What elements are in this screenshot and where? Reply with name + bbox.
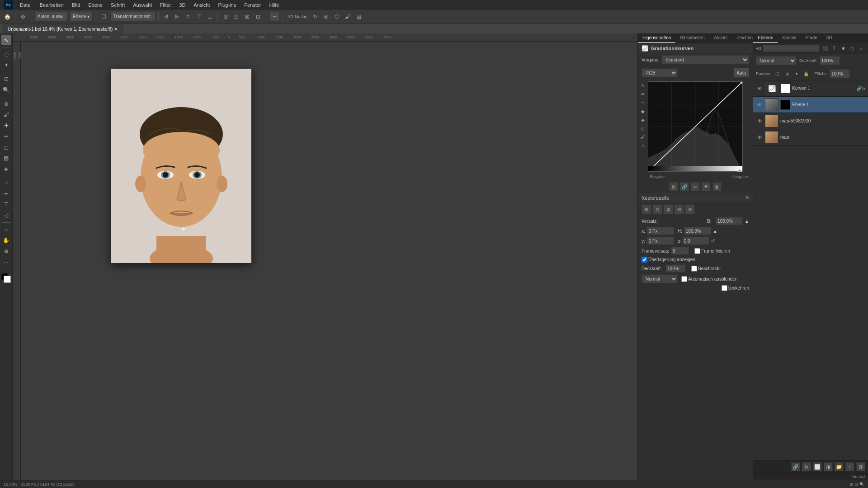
kop-collapse-btn[interactable]: ✕ bbox=[745, 195, 749, 201]
opacity-input[interactable] bbox=[820, 56, 840, 65]
auto-button[interactable]: Auton. auswi. bbox=[34, 12, 68, 22]
align-center-icon[interactable]: ⫸ bbox=[173, 12, 182, 21]
layers-add-btn[interactable]: + bbox=[845, 462, 854, 471]
curves-tool-black[interactable]: ◆ bbox=[639, 107, 647, 115]
tab-bibliotheken[interactable]: Bibliotheken bbox=[675, 33, 709, 43]
layers-mask-btn[interactable]: ⬜ bbox=[813, 462, 822, 471]
menu-ansicht[interactable]: Ansicht bbox=[190, 1, 213, 9]
dodge-tool[interactable]: ○ bbox=[1, 178, 11, 188]
frame-fix-checkbox[interactable] bbox=[694, 248, 700, 254]
lasso-tool[interactable]: ◌ bbox=[1, 49, 11, 59]
move-tool-icon[interactable]: ⊕ bbox=[19, 12, 28, 21]
h-input[interactable] bbox=[684, 227, 711, 235]
3d-mode-icon[interactable]: 3D-Modus bbox=[286, 12, 309, 21]
pen-tool[interactable]: ✒ bbox=[1, 189, 11, 199]
home-button[interactable]: 🏠 bbox=[3, 12, 12, 21]
color-swatches[interactable] bbox=[1, 273, 12, 284]
tab-absatz[interactable]: Absatz bbox=[709, 33, 732, 43]
menu-3d[interactable]: 3D bbox=[175, 1, 189, 9]
menu-schrift[interactable]: Schrift bbox=[107, 1, 128, 9]
path-tool[interactable]: ◁ bbox=[1, 211, 11, 221]
canvas-area[interactable] bbox=[21, 42, 637, 480]
beschrankt-label[interactable]: Beschränkt bbox=[691, 266, 721, 272]
tab-eigenschaften[interactable]: Eigenschaften bbox=[638, 33, 675, 43]
background-color[interactable] bbox=[4, 276, 11, 283]
flache-input[interactable] bbox=[830, 69, 850, 78]
layer-visibility-1[interactable]: 👁 bbox=[756, 101, 763, 108]
kop-tool-5[interactable]: ⊛ bbox=[685, 204, 695, 214]
magic-wand-tool[interactable]: ✦ bbox=[1, 60, 11, 70]
y-input[interactable] bbox=[647, 237, 674, 245]
menu-fenster[interactable]: Fenster bbox=[241, 1, 264, 9]
document-tab[interactable]: Unbenannt-1 bei 10,4% (Kurven 1, Ebenenm… bbox=[2, 24, 123, 33]
menu-bild[interactable]: Bild bbox=[68, 1, 84, 9]
extra-icon[interactable]: ▤ bbox=[354, 12, 363, 21]
zoom-tool[interactable]: ⊕ bbox=[1, 246, 11, 256]
hand-tool[interactable]: ✋ bbox=[1, 235, 11, 245]
menu-auswahl[interactable]: Auswahl bbox=[129, 1, 156, 9]
menu-bearbeiten[interactable]: Bearbeiten bbox=[36, 1, 67, 9]
layer-fx-0[interactable]: fx bbox=[862, 86, 865, 91]
layers-link-btn[interactable]: 🔗 bbox=[791, 462, 800, 471]
tab-3d[interactable]: 3D bbox=[822, 33, 837, 43]
curves-tool-sample[interactable]: 🖋 bbox=[639, 133, 647, 141]
curves-tool-draw[interactable]: ✏ bbox=[639, 90, 647, 98]
curves-tool-smooth[interactable]: ~ bbox=[639, 99, 647, 107]
selection-tool[interactable]: ↖ bbox=[1, 35, 11, 45]
b-input[interactable] bbox=[716, 217, 743, 225]
refresh-icon[interactable]: ↻ bbox=[311, 12, 320, 21]
brush-icon[interactable]: 🖌 bbox=[343, 12, 352, 21]
menu-filter[interactable]: Filter bbox=[156, 1, 175, 9]
fixieren-icon-2[interactable]: ⊕ bbox=[783, 70, 791, 78]
crop-tool[interactable]: ⊡ bbox=[1, 74, 11, 84]
curves-btn-link[interactable]: 🔗 bbox=[680, 182, 689, 191]
layer-visibility-2[interactable]: 👁 bbox=[756, 117, 763, 125]
eraser-tool[interactable]: ◻ bbox=[1, 142, 11, 152]
curves-tool-alert[interactable]: ⚠ bbox=[639, 141, 647, 150]
arrange3-icon[interactable]: ⊠ bbox=[243, 12, 252, 21]
curves-btn-eye[interactable]: 👁 bbox=[702, 182, 711, 191]
layer-man59[interactable]: 👁 man-59081920 bbox=[753, 113, 868, 129]
layer-kurven1[interactable]: 👁 📈 Kurven 1 🔗 fx bbox=[753, 80, 868, 97]
layers-fx-btn[interactable]: fx bbox=[802, 462, 811, 471]
uberlagerung-label[interactable]: Überlagerung anzeigen bbox=[642, 257, 695, 263]
arrange-icon[interactable]: ⊞ bbox=[221, 12, 230, 21]
layer-visibility-0[interactable]: 👁 bbox=[756, 85, 763, 92]
more-button[interactable]: ··· bbox=[269, 12, 279, 22]
filter-icon-4[interactable]: ⬡ bbox=[848, 44, 856, 52]
layer-man[interactable]: 👁 man bbox=[753, 129, 868, 145]
text-tool[interactable]: T bbox=[1, 200, 11, 210]
layers-adjustment-btn[interactable]: ◑ bbox=[824, 462, 833, 471]
target-icon[interactable]: ◎ bbox=[321, 12, 330, 21]
layers-group-btn[interactable]: 📁 bbox=[835, 462, 844, 471]
deckkraft-input[interactable] bbox=[665, 264, 686, 272]
h-up-icon[interactable]: ▲ bbox=[713, 229, 717, 234]
layers-delete-btn[interactable]: 🗑 bbox=[856, 462, 865, 471]
arrange4-icon[interactable]: ⊡ bbox=[254, 12, 263, 21]
curves-graph[interactable] bbox=[648, 81, 743, 172]
transform-button[interactable]: Transformationsstr. bbox=[110, 12, 155, 22]
layer-link-0[interactable]: 🔗 bbox=[857, 86, 862, 91]
shape-tool[interactable]: ○ bbox=[1, 225, 11, 235]
curves-btn-mask[interactable]: ↩ bbox=[691, 182, 700, 191]
fixieren-icon-1[interactable]: ☐ bbox=[774, 70, 782, 78]
uberlagerung-checkbox[interactable] bbox=[642, 257, 647, 263]
fixieren-icon-4[interactable]: 🔒 bbox=[802, 70, 810, 78]
blur-tool[interactable]: ◈ bbox=[1, 164, 11, 174]
curves-btn-add[interactable]: ⊞ bbox=[669, 182, 678, 191]
curves-tool-white[interactable]: ◇ bbox=[639, 124, 647, 132]
art-selector[interactable] bbox=[763, 45, 820, 52]
channel-select[interactable]: RGB bbox=[642, 68, 678, 77]
angle-input[interactable] bbox=[682, 237, 709, 245]
brush-tool[interactable]: 🖌 bbox=[1, 110, 11, 120]
angle-reset[interactable]: ↺ bbox=[711, 239, 715, 244]
fixieren-icon-3[interactable]: ✦ bbox=[793, 70, 801, 78]
tab-pfade[interactable]: Pfade bbox=[801, 33, 822, 43]
filter-icon-2[interactable]: T bbox=[830, 44, 838, 52]
clone-tool[interactable]: ✚ bbox=[1, 121, 11, 131]
more-tools[interactable]: ··· bbox=[1, 257, 11, 267]
eyedropper-tool[interactable]: 🔍 bbox=[1, 85, 11, 95]
align-right-icon[interactable]: ≡ bbox=[184, 12, 193, 21]
heal-tool[interactable]: ⊕ bbox=[1, 99, 11, 109]
curves-btn-delete[interactable]: 🗑 bbox=[712, 182, 722, 191]
